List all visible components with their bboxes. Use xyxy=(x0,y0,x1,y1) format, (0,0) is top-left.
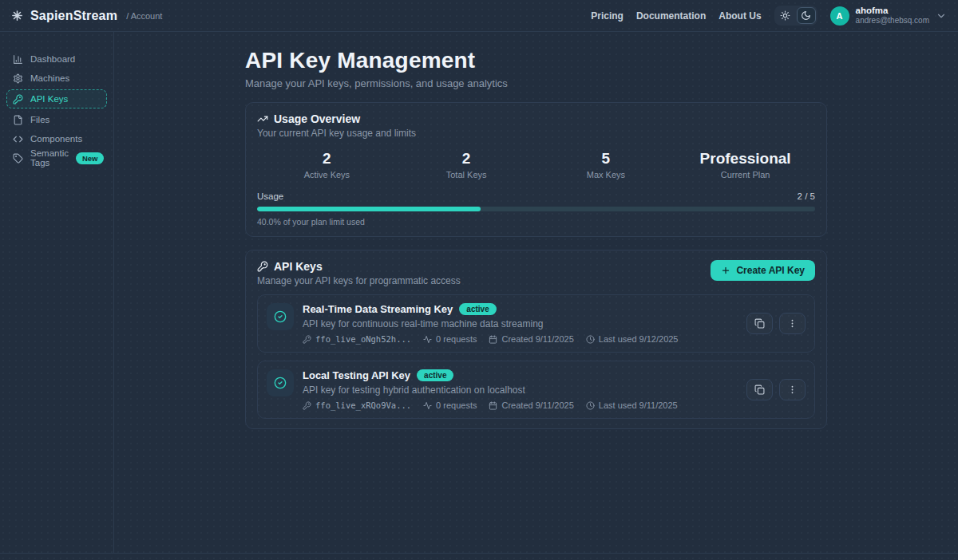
top-header: SapienStream / Account Pricing Documenta… xyxy=(0,0,958,32)
key-requests: 0 requests xyxy=(436,334,477,344)
main-content: API Key Management Manage your API keys,… xyxy=(114,32,958,553)
file-icon xyxy=(13,115,23,125)
usage-overview-title: Usage Overview xyxy=(274,112,360,125)
sidebar-item-components[interactable]: Components xyxy=(6,131,107,147)
key-actions xyxy=(746,313,806,334)
body-row: Dashboard Machines API Keys Files Compon… xyxy=(0,32,958,553)
user-meta: ahofma andres@thebsq.com xyxy=(856,6,929,26)
api-keys-card: API Keys Manage your API keys for progra… xyxy=(245,250,827,429)
stat-value: 2 xyxy=(257,150,397,168)
api-key-item: Real-Time Data Streaming Key active API … xyxy=(257,294,815,353)
sidebar-item-label: Components xyxy=(30,134,82,144)
user-name: ahofma xyxy=(856,6,929,16)
activity-icon xyxy=(423,401,432,410)
key-preview-item: ffo_live_xRQo9Va... xyxy=(303,400,411,410)
key-meta-row: ffo_live_oNgh52h... 0 requests Created 9… xyxy=(303,334,738,344)
sidebar-item-label: Dashboard xyxy=(30,54,75,64)
sidebar: Dashboard Machines API Keys Files Compon… xyxy=(0,32,114,553)
key-info: Real-Time Data Streaming Key active API … xyxy=(303,303,738,344)
key-menu-button[interactable] xyxy=(779,313,806,334)
key-created: Created 9/11/2025 xyxy=(501,334,573,344)
key-preview: ffo_live_xRQo9Va... xyxy=(315,400,411,410)
key-meta-row: ffo_live_xRQo9Va... 0 requests Created 9… xyxy=(303,400,738,410)
theme-dark-button[interactable] xyxy=(797,7,816,24)
usage-overview-card: Usage Overview Your current API key usag… xyxy=(245,102,827,237)
key-created-item: Created 9/11/2025 xyxy=(489,334,573,344)
key-menu-button[interactable] xyxy=(779,379,806,400)
stat-label: Max Keys xyxy=(536,170,676,179)
usage-overview-subtitle: Your current API key usage and limits xyxy=(257,128,815,139)
nav-link-documentation[interactable]: Documentation xyxy=(636,10,706,22)
key-requests-item: 0 requests xyxy=(423,334,477,344)
sidebar-item-files[interactable]: Files xyxy=(6,112,107,128)
ellipsis-vertical-icon xyxy=(787,385,798,395)
stat-total-keys: 2 Total Keys xyxy=(397,150,536,179)
key-name: Local Testing API Key xyxy=(303,369,410,381)
key-title-row: Local Testing API Key active xyxy=(303,369,738,381)
sun-icon xyxy=(780,10,790,21)
api-keys-header-text: API Keys Manage your API keys for progra… xyxy=(257,260,461,286)
copy-icon xyxy=(754,318,765,329)
chevron-down-icon xyxy=(936,10,947,22)
usage-stats: 2 Active Keys 2 Total Keys 5 Max Keys Pr… xyxy=(257,150,815,179)
copy-key-button[interactable] xyxy=(746,379,773,400)
stat-value: Professional xyxy=(675,150,815,168)
trending-up-icon xyxy=(257,113,268,124)
usage-label: Usage xyxy=(257,191,283,201)
activity-icon xyxy=(423,335,432,344)
status-badge: active xyxy=(459,303,496,315)
sidebar-item-label: Files xyxy=(30,115,49,124)
key-status-icon-box xyxy=(267,303,294,330)
header-actions: Pricing Documentation About Us A ahofma … xyxy=(591,6,947,26)
key-requests-item: 0 requests xyxy=(423,400,477,410)
key-preview-item: ffo_live_oNgh52h... xyxy=(303,334,411,344)
usage-note: 40.0% of your plan limit used xyxy=(257,217,815,227)
sidebar-item-label: Semantic Tags xyxy=(30,148,69,168)
key-status-icon-box xyxy=(267,369,294,396)
brand-block: SapienStream / Account xyxy=(11,9,162,23)
bar-chart-icon xyxy=(13,54,23,65)
key-icon xyxy=(303,401,311,410)
sidebar-item-label: API Keys xyxy=(30,94,68,104)
brand-name[interactable]: SapienStream xyxy=(30,9,117,23)
clock-icon xyxy=(586,401,595,410)
api-key-item: Local Testing API Key active API key for… xyxy=(257,361,815,419)
calendar-icon xyxy=(489,335,497,344)
create-api-key-label: Create API Key xyxy=(736,265,805,276)
sidebar-item-semantic-tags[interactable]: Semantic Tags New xyxy=(6,150,107,166)
footer-strip xyxy=(0,553,958,560)
circle-check-icon xyxy=(274,377,287,389)
key-created: Created 9/11/2025 xyxy=(501,400,573,410)
theme-light-button[interactable] xyxy=(776,7,795,24)
avatar: A xyxy=(830,6,849,26)
key-last-used-item: Last used 9/12/2025 xyxy=(586,334,679,344)
theme-toggle xyxy=(774,6,817,26)
key-icon xyxy=(257,261,268,272)
gear-icon xyxy=(13,73,23,84)
usage-progress-bar xyxy=(257,207,815,211)
nav-link-pricing[interactable]: Pricing xyxy=(591,10,623,22)
new-badge: New xyxy=(76,152,105,164)
usage-block: Usage 2 / 5 40.0% of your plan limit use… xyxy=(257,191,815,227)
sidebar-item-api-keys[interactable]: API Keys xyxy=(6,89,107,108)
key-name: Real-Time Data Streaming Key xyxy=(303,303,453,315)
circle-check-icon xyxy=(274,310,287,323)
key-requests: 0 requests xyxy=(436,400,477,410)
stat-label: Current Plan xyxy=(675,170,815,179)
sidebar-item-dashboard[interactable]: Dashboard xyxy=(6,51,107,67)
nav-link-about-us[interactable]: About Us xyxy=(718,10,761,22)
sidebar-item-machines[interactable]: Machines xyxy=(6,70,107,86)
page-subtitle: Manage your API keys, permissions, and u… xyxy=(245,77,827,89)
create-api-key-button[interactable]: Create API Key xyxy=(711,260,815,281)
key-last-used: Last used 9/12/2025 xyxy=(599,334,679,344)
api-keys-title-row: API Keys xyxy=(257,260,461,273)
stat-label: Active Keys xyxy=(257,170,397,179)
key-title-row: Real-Time Data Streaming Key active xyxy=(303,303,738,315)
code-icon xyxy=(13,134,23,144)
stat-current-plan: Professional Current Plan xyxy=(675,150,815,179)
key-preview: ffo_live_oNgh52h... xyxy=(315,334,411,344)
user-menu[interactable]: A ahofma andres@thebsq.com xyxy=(830,6,947,26)
key-actions xyxy=(746,379,806,400)
usage-ratio: 2 / 5 xyxy=(798,191,815,201)
copy-key-button[interactable] xyxy=(746,313,773,334)
